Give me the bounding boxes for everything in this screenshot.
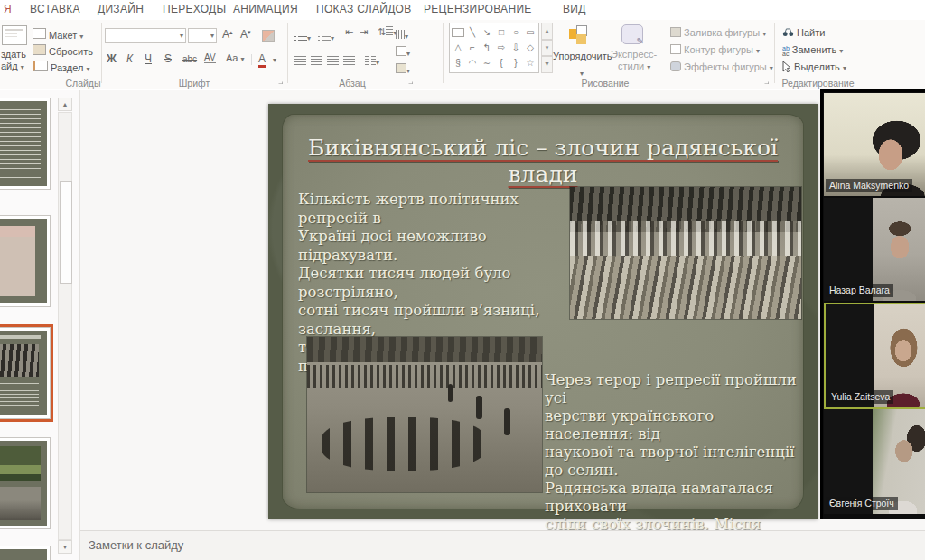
font-color-button[interactable]: А — [258, 52, 266, 68]
gallery-scroll-down-button[interactable]: ▾ — [541, 40, 553, 57]
video-tile-yulia-active-speaker[interactable]: Yulia Zaitseva — [824, 303, 925, 409]
grow-font-button[interactable]: А▴ — [222, 28, 233, 41]
shapes-gallery[interactable]: ╲↘□○▭△⌐↰⇨⇩◇§◠∼{}☆ — [449, 23, 539, 73]
align-right-icon — [327, 56, 339, 65]
align-left-button[interactable] — [294, 52, 306, 69]
indent-button[interactable]: ⇥ — [360, 26, 368, 38]
tab-slideshow[interactable]: ПОКАЗ СЛАЙДОВ — [316, 3, 412, 15]
video-tile-nazar[interactable]: Назар Валага — [824, 198, 925, 301]
quick-styles-button[interactable]: Экспресс- — [611, 49, 657, 60]
section-button[interactable]: Раздел ▾ — [33, 61, 90, 73]
clear-formatting-icon[interactable] — [262, 30, 275, 42]
align-center-icon — [311, 56, 322, 65]
outdent-button[interactable]: ⇤ — [345, 26, 353, 38]
dialog-launcher-icon[interactable]: ⌐ — [278, 79, 283, 89]
participant-name: Назар Валага — [826, 284, 893, 297]
line-spacing-button[interactable]: ⇅▾ — [378, 26, 397, 38]
replace-icon: abac — [782, 46, 790, 57]
shape-effects-icon — [670, 61, 681, 71]
tab-view[interactable]: ВИД — [563, 3, 586, 15]
shrink-font-button[interactable]: А▾ — [240, 28, 251, 41]
columns-button[interactable]: ▾ — [365, 52, 379, 69]
font-group-label: Шрифт — [167, 78, 221, 89]
arrange-button-icon — [569, 25, 591, 47]
slide-thumbnail-3-selected[interactable] — [0, 327, 51, 419]
font-color-dd[interactable]: ▾ — [273, 52, 276, 65]
pointer-icon — [782, 61, 791, 72]
chevron-down-icon: ▾ — [762, 30, 766, 38]
slide-thumbnail-2[interactable] — [0, 215, 51, 307]
shape-fill-button[interactable]: Заливка фигуры ▾ — [670, 27, 766, 38]
numbering-button[interactable]: ▾ — [318, 28, 334, 44]
ribbon-tab-bar: Я ВСТАВКА ДИЗАЙН ПЕРЕХОДЫ АНИМАЦИЯ ПОКАЗ… — [0, 0, 925, 20]
strikethrough-button[interactable]: S — [164, 52, 172, 65]
underline-button[interactable]: Ч — [145, 52, 152, 65]
reset-icon — [33, 44, 46, 55]
section-icon — [33, 61, 48, 71]
chevron-down-icon: ▾ — [79, 33, 83, 41]
align-left-icon — [294, 56, 306, 65]
tab-review[interactable]: РЕЦЕНЗИРОВАНИЕ — [424, 3, 532, 15]
slide-title[interactable]: Биківнянський ліс – злочин радянської вл… — [286, 135, 799, 187]
participant-name: Alina Maksymenko — [826, 179, 912, 192]
chevron-down-icon: ▾ — [647, 63, 650, 71]
pencil-outline-icon — [670, 44, 681, 54]
italic-button[interactable]: К — [126, 52, 133, 65]
participant-name: Yulia Zaitseva — [827, 390, 893, 404]
change-case-button[interactable]: Aa ▾ — [226, 52, 245, 63]
slide-thumbnail-1[interactable] — [0, 98, 51, 190]
new-slide-button[interactable]: здать айд ▾ — [0, 22, 31, 74]
text-direction-button[interactable]: ▾ — [396, 26, 408, 42]
video-tile-alina[interactable]: Alina Maksymenko — [824, 93, 925, 196]
tab-insert[interactable]: ВСТАВКА — [30, 3, 80, 15]
chevron-down-icon: ▾ — [273, 56, 276, 64]
slide-canvas[interactable]: Биківнянський ліс – злочин радянської вл… — [268, 104, 818, 519]
shape-outline-button[interactable]: Контур фигуры ▾ — [670, 44, 760, 55]
video-tile-yevheniia[interactable]: Євгенія Строїч — [824, 409, 925, 514]
chevron-down-icon: ▾ — [86, 65, 89, 73]
slide-thumbnail-5[interactable] — [0, 546, 51, 560]
dialog-launcher-icon[interactable]: ⌐ — [764, 79, 769, 89]
slide-photo-exhumation[interactable] — [570, 187, 801, 319]
chevron-down-icon: ▾ — [180, 32, 183, 40]
smartart-button[interactable]: ▾ — [396, 61, 410, 77]
tab-animations[interactable]: АНИМАЦИЯ — [233, 3, 298, 15]
dialog-launcher-icon[interactable]: ⌐ — [408, 79, 413, 89]
font-size-combo[interactable]: ▾ — [188, 28, 217, 43]
drawing-group-label: Рисование — [569, 78, 641, 89]
chevron-down-icon: ▾ — [843, 64, 846, 72]
participant-name: Євгенія Строїч — [826, 497, 898, 510]
slide-photo-field[interactable] — [307, 337, 542, 492]
slide-thumbnail-4[interactable] — [0, 437, 51, 529]
tab-home-partial[interactable]: Я — [4, 3, 12, 15]
textbox-shape-icon[interactable] — [452, 28, 464, 37]
notes-panel[interactable]: Заметки к слайду — [80, 530, 925, 560]
sidebar-scroll-down-button[interactable]: ▼ — [58, 540, 72, 554]
tab-transitions[interactable]: ПЕРЕХОДЫ — [163, 3, 226, 15]
font-name-combo[interactable]: ▾ — [105, 28, 186, 43]
abc-strike-button[interactable]: abc — [182, 54, 197, 64]
shape-effects-button[interactable]: Эффекты фигуры ▾ — [670, 61, 773, 72]
sidebar-scrollbar-track[interactable] — [58, 112, 72, 540]
chevron-down-icon: ▾ — [406, 50, 410, 58]
sidebar-scroll-up-button[interactable]: ▲ — [58, 98, 72, 111]
align-text-button[interactable]: ▾ — [396, 43, 410, 60]
bullets-button[interactable]: ▾ — [294, 28, 311, 44]
sidebar-scrollbar-thumb[interactable] — [60, 181, 72, 284]
replace-button[interactable]: abac Заменить ▾ — [782, 44, 843, 57]
char-spacing-button[interactable]: AV — [204, 52, 216, 63]
find-button[interactable]: Найти — [782, 27, 825, 38]
align-text-icon — [396, 46, 406, 56]
reset-button[interactable]: Сбросить — [33, 44, 93, 57]
bold-button[interactable]: Ж — [107, 52, 117, 65]
select-button[interactable]: Выделить ▾ — [782, 61, 846, 72]
align-center-button[interactable] — [311, 52, 322, 69]
video-call-window[interactable]: Alina Maksymenko Назар Валага Yulia Zait… — [820, 89, 925, 519]
align-right-button[interactable] — [327, 52, 339, 69]
gallery-expand-button[interactable]: ▼ — [541, 56, 553, 73]
arrange-button[interactable]: Упорядочить — [553, 51, 612, 61]
tab-design[interactable]: ДИЗАЙН — [98, 3, 144, 15]
layout-button[interactable]: Макет ▾ — [33, 28, 83, 41]
gallery-scroll-up-button[interactable]: ▴ — [541, 23, 553, 40]
justify-button[interactable] — [343, 52, 355, 69]
